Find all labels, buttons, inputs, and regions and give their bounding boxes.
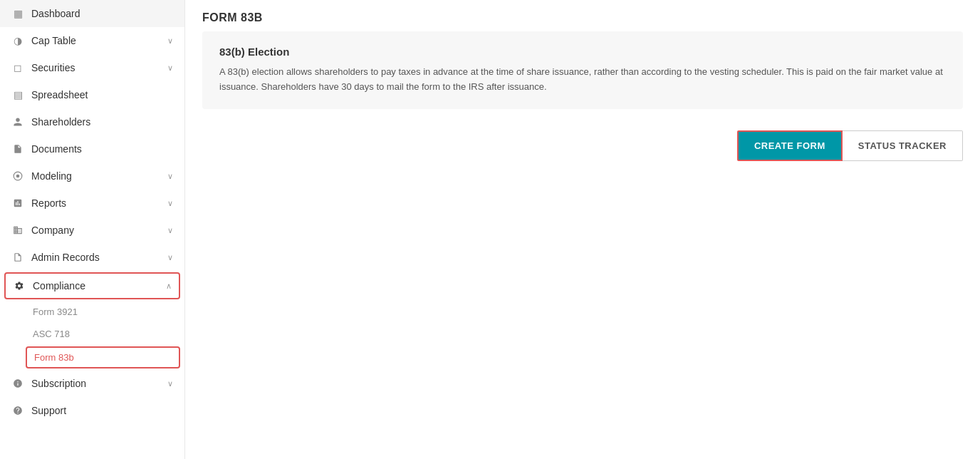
sidebar: ▦ Dashboard ◑ Cap Table ∨ ◻ Securities ∨… [0, 0, 185, 459]
status-tracker-button[interactable]: STATUS TRACKER [843, 130, 963, 161]
company-icon [11, 224, 24, 237]
sidebar-label-documents: Documents [31, 143, 82, 155]
sidebar-item-documents[interactable]: Documents [0, 135, 184, 163]
modeling-icon [11, 170, 24, 182]
sidebar-subitem-asc718[interactable]: ASC 718 [0, 323, 184, 345]
sidebar-subitem-form83b[interactable]: Form 83b [26, 346, 180, 368]
documents-icon [11, 143, 24, 155]
chevron-down-icon: ∨ [167, 63, 173, 73]
shareholders-icon [11, 115, 24, 128]
info-box-text: A 83(b) election allows shareholders to … [219, 65, 946, 95]
sidebar-label-reports: Reports [31, 197, 66, 209]
admin-records-icon [11, 251, 24, 264]
sidebar-label-admin-records: Admin Records [31, 252, 100, 263]
subitem-label-form3921: Form 3921 [33, 306, 78, 317]
main-content: FORM 83B 83(b) Election A 83(b) election… [185, 0, 980, 459]
sidebar-item-shareholders[interactable]: Shareholders [0, 108, 184, 135]
sidebar-label-securities: Securities [31, 62, 75, 73]
sidebar-item-support[interactable]: Support [0, 397, 184, 424]
chevron-down-icon: ∨ [167, 253, 173, 262]
compliance-icon [13, 279, 26, 292]
chevron-down-icon: ∨ [167, 379, 173, 388]
svg-point-0 [16, 175, 20, 178]
subitem-label-asc718: ASC 718 [33, 329, 70, 339]
subscription-icon [11, 377, 24, 390]
sidebar-item-admin-records[interactable]: Admin Records ∨ [0, 244, 184, 271]
sidebar-item-compliance[interactable]: Compliance ∧ [4, 272, 180, 299]
sidebar-label-cap-table: Cap Table [31, 35, 76, 46]
sidebar-item-cap-table[interactable]: ◑ Cap Table ∨ [0, 27, 184, 54]
info-box-title: 83(b) Election [219, 46, 946, 58]
securities-icon: ◻ [11, 61, 24, 74]
chevron-down-icon: ∨ [167, 199, 173, 208]
subitem-label-form83b: Form 83b [34, 352, 74, 363]
info-box: 83(b) Election A 83(b) election allows s… [202, 31, 963, 109]
create-form-button[interactable]: CREATE FORM [737, 130, 843, 161]
sidebar-item-spreadsheet[interactable]: ▤ Spreadsheet [0, 81, 184, 108]
sidebar-item-securities[interactable]: ◻ Securities ∨ [0, 54, 184, 81]
sidebar-label-dashboard: Dashboard [31, 8, 80, 19]
chevron-up-icon: ∧ [166, 282, 172, 291]
chevron-down-icon: ∨ [167, 36, 173, 46]
dashboard-icon: ▦ [11, 7, 24, 20]
sidebar-label-support: Support [31, 405, 66, 416]
sidebar-label-company: Company [31, 225, 74, 236]
sidebar-label-modeling: Modeling [31, 170, 72, 182]
sidebar-item-subscription[interactable]: Subscription ∨ [0, 370, 184, 397]
sidebar-item-company[interactable]: Company ∨ [0, 217, 184, 244]
reports-icon [11, 197, 24, 210]
sidebar-label-shareholders: Shareholders [31, 116, 90, 128]
page-title: FORM 83B [185, 0, 980, 31]
spreadsheet-icon: ▤ [11, 88, 24, 101]
sidebar-item-dashboard[interactable]: ▦ Dashboard [0, 0, 184, 27]
sidebar-label-spreadsheet: Spreadsheet [31, 89, 88, 100]
sidebar-item-modeling[interactable]: Modeling ∨ [0, 163, 184, 190]
cap-table-icon: ◑ [11, 34, 24, 47]
chevron-down-icon: ∨ [167, 172, 173, 181]
support-icon [11, 404, 24, 417]
sidebar-label-compliance: Compliance [33, 280, 85, 292]
chevron-down-icon: ∨ [167, 226, 173, 235]
sidebar-item-reports[interactable]: Reports ∨ [0, 190, 184, 217]
sidebar-label-subscription: Subscription [31, 378, 86, 389]
action-row: CREATE FORM STATUS TRACKER [185, 123, 980, 175]
sidebar-subitem-form3921[interactable]: Form 3921 [0, 301, 184, 323]
